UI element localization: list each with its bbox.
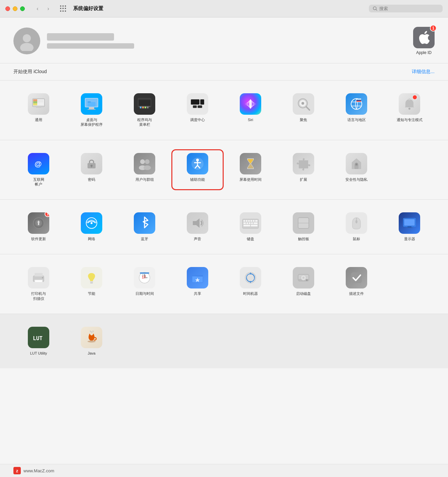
pref-desktop[interactable]: 桌面与屏幕保护程序 <box>66 91 117 130</box>
pref-software[interactable]: 1 软件更新 <box>13 210 64 244</box>
pref-internet[interactable]: @ 互联网帐户 <box>13 150 64 190</box>
svg-point-43 <box>301 102 304 105</box>
pref-users[interactable]: 用户与群组 <box>119 150 170 190</box>
svg-point-73 <box>91 222 93 224</box>
search-bar[interactable] <box>369 5 443 12</box>
svg-rect-102 <box>90 281 93 282</box>
pref-bluetooth[interactable]: 蓝牙 <box>119 210 170 244</box>
svg-rect-33 <box>193 106 197 108</box>
back-button[interactable]: ‹ <box>33 4 42 13</box>
bottom-section: LUT LUT Utility <box>0 314 448 368</box>
dock-svg <box>137 97 152 111</box>
pref-datetime[interactable]: JUL 17 日期与时间 <box>119 264 170 304</box>
bluetooth-label: 蓝牙 <box>141 236 148 241</box>
main-content: 1 Apple ID 开始使用 iCloud 详细信息... <box>0 17 448 464</box>
section-3: 1 软件更新 网络 <box>0 200 448 254</box>
pref-extensions[interactable]: 扩展 <box>278 150 329 190</box>
grid-dot <box>62 5 64 7</box>
pref-spotlight[interactable]: 聚焦 <box>278 91 329 130</box>
datetime-svg: JUL 17 <box>137 270 152 285</box>
svg-rect-88 <box>251 225 258 226</box>
pref-startup[interactable]: 启动磁盘 <box>278 264 329 304</box>
notifications-icon <box>399 93 420 115</box>
network-svg <box>84 216 99 230</box>
svg-rect-17 <box>88 109 96 110</box>
java-label: Java <box>88 351 95 356</box>
spotlight-label: 聚焦 <box>300 117 307 122</box>
svg-rect-25 <box>142 107 144 108</box>
pref-general[interactable]: 通用 <box>13 91 64 130</box>
watermark: z www.MacZ.com <box>0 464 448 477</box>
pref-dock[interactable]: 程序坞与菜单栏 <box>119 91 170 130</box>
pref-passwords[interactable]: 密码 <box>66 150 117 190</box>
dock-icon <box>134 93 155 115</box>
pref-display[interactable]: 显示器 <box>384 210 435 244</box>
trackpad-icon <box>293 212 314 234</box>
avatar-svg <box>17 31 37 51</box>
language-svg <box>349 97 364 111</box>
pref-notifications[interactable]: 通知与专注模式 <box>384 91 435 130</box>
svg-rect-16 <box>89 107 94 109</box>
avatar <box>13 28 40 54</box>
icloud-details-link[interactable]: 详细信息... <box>412 69 435 75</box>
pref-network[interactable]: 网络 <box>66 210 117 244</box>
pref-energy[interactable]: 节能 <box>66 264 117 304</box>
svg-point-116 <box>306 279 308 281</box>
desktop-svg <box>84 97 99 111</box>
keyboard-label: 键盘 <box>247 236 254 241</box>
general-svg <box>31 97 46 111</box>
pref-siri[interactable]: Siri <box>225 91 276 130</box>
timemachine-icon <box>240 267 261 288</box>
svg-point-121 <box>88 340 96 342</box>
svg-point-68 <box>356 164 357 165</box>
pref-accessibility[interactable]: 辅助功能 <box>172 150 223 190</box>
maximize-button[interactable] <box>20 6 25 11</box>
extensions-svg <box>296 156 311 171</box>
search-input[interactable] <box>379 6 433 11</box>
security-label: 安全性与隐私 <box>345 177 368 182</box>
mouse-svg <box>349 216 364 230</box>
svg-rect-8 <box>33 103 37 105</box>
svg-rect-87 <box>243 225 250 226</box>
siri-icon <box>240 93 261 115</box>
apple-id-button[interactable]: 1 Apple ID <box>413 27 435 55</box>
minimize-button[interactable] <box>13 6 17 11</box>
svg-rect-76 <box>243 220 245 222</box>
grid-dot <box>60 10 61 12</box>
pref-sharing[interactable]: 共享 <box>172 264 223 304</box>
pref-mission[interactable]: 调度中心 <box>172 91 223 130</box>
section-2: @ 互联网帐户 密码 <box>0 140 448 200</box>
svg-rect-84 <box>249 222 250 224</box>
svg-text:@: @ <box>35 160 42 168</box>
pref-java[interactable]: Java <box>66 324 117 358</box>
close-button[interactable] <box>5 6 10 11</box>
grid-dot <box>65 8 66 9</box>
profile-name <box>47 33 114 41</box>
svg-rect-86 <box>254 222 258 224</box>
forward-button[interactable]: › <box>44 4 53 13</box>
software-label: 软件更新 <box>31 236 46 241</box>
pref-keyboard[interactable]: 键盘 <box>225 210 276 244</box>
siri-svg <box>243 97 258 111</box>
pref-mouse[interactable]: 鼠标 <box>331 210 382 244</box>
pref-security[interactable]: 安全性与隐私 <box>331 150 382 190</box>
network-icon <box>81 212 102 234</box>
svg-point-56 <box>140 159 145 164</box>
pref-trackpad[interactable]: 触控板 <box>278 210 329 244</box>
svg-rect-94 <box>404 219 415 226</box>
pref-screentime[interactable]: 屏幕使用时间 <box>225 150 276 190</box>
pref-lut[interactable]: LUT LUT Utility <box>13 324 64 358</box>
trackpad-label: 触控板 <box>298 236 309 241</box>
datetime-label: 日期与时间 <box>135 291 154 296</box>
pref-sound[interactable]: 声音 <box>172 210 223 244</box>
pref-profiles[interactable]: 描述文件 <box>331 264 382 304</box>
sound-svg <box>190 216 205 230</box>
accessibility-svg <box>190 157 205 171</box>
svg-point-51 <box>408 98 410 100</box>
pref-language[interactable]: 语言与地区 <box>331 91 382 130</box>
pref-timemachine[interactable]: 时间机器 <box>225 264 276 304</box>
notification-bell-badge <box>412 95 417 100</box>
sharing-label: 共享 <box>194 291 201 296</box>
grid-view-button[interactable] <box>58 4 68 13</box>
pref-printer[interactable]: 打印机与扫描仪 <box>13 264 64 304</box>
